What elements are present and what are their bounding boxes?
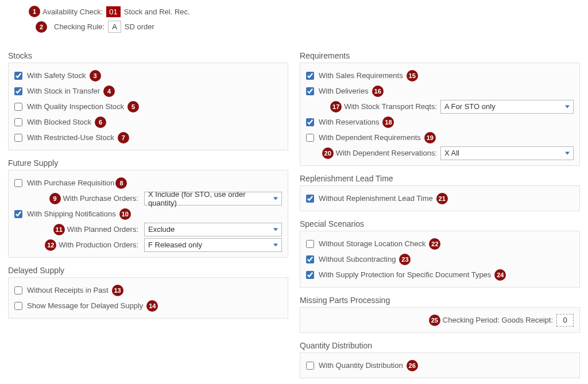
special-title: Special Scenarios (300, 219, 580, 228)
show-msg-delayed-checkbox[interactable] (14, 302, 22, 310)
with-safety-stock-checkbox[interactable] (14, 72, 22, 80)
with-sales-req-checkbox[interactable] (306, 72, 314, 80)
requirements-group: With Sales Requirements 15 With Deliveri… (300, 63, 580, 166)
chevron-down-icon (273, 243, 278, 246)
marker-14: 14 (146, 300, 158, 312)
with-qty-distribution-label: With Quantity Distribution (319, 361, 403, 370)
with-production-orders-label: With Production Orders: (59, 241, 138, 249)
availability-check-code: 01 (106, 6, 120, 17)
with-sto-reqts-value: A For STO only (444, 102, 496, 111)
marker-26: 26 (407, 360, 418, 371)
with-purchase-req-checkbox[interactable] (14, 179, 22, 187)
checking-period-gr-label: Checking Period: Goods Receipt: (443, 316, 553, 324)
delayed-supply-group: Without Receipts in Past 13 Show Message… (8, 277, 288, 319)
with-production-orders-value: F Released only (148, 241, 202, 249)
with-dep-reservations-value: X All (444, 149, 459, 157)
with-reservations-checkbox[interactable] (306, 118, 314, 126)
marker-4: 4 (103, 86, 115, 97)
stocks-group: With Safety Stock 3 With Stock in Transf… (8, 63, 288, 150)
with-stock-in-transfer-label: With Stock in Transfer (27, 87, 100, 95)
with-dependent-req-checkbox[interactable] (306, 134, 314, 142)
marker-25: 25 (429, 315, 440, 326)
marker-10: 10 (119, 208, 131, 220)
checking-period-gr-input[interactable] (556, 314, 574, 327)
requirements-title: Requirements (300, 51, 580, 60)
with-supply-protection-checkbox[interactable] (306, 271, 314, 279)
qty-group: With Quantity Distribution 26 (300, 352, 580, 378)
with-sto-reqts-label: With Stock Transport Reqts: (344, 102, 437, 111)
with-safety-stock-label: With Safety Stock (27, 71, 86, 80)
marker-7: 7 (118, 132, 129, 143)
header-availability-row: 1 Availability Check: 01 Stock and Rel. … (8, 6, 580, 17)
missing-group: 25 Checking Period: Goods Receipt: (300, 307, 580, 333)
marker-23: 23 (399, 254, 411, 265)
with-purchase-req-label: With Purchase Requisition (27, 179, 114, 187)
with-stock-in-transfer-checkbox[interactable] (14, 87, 22, 95)
with-purchase-orders-label: With Purchase Orders: (63, 194, 139, 203)
marker-1: 1 (29, 6, 40, 17)
checking-rule-label: Checking Rule: (54, 22, 105, 31)
without-receipts-past-checkbox[interactable] (14, 286, 22, 294)
with-qty-distribution-checkbox[interactable] (306, 362, 314, 370)
chevron-down-icon (565, 152, 570, 154)
checking-rule-code[interactable]: A (108, 21, 121, 33)
with-planned-orders-select[interactable]: Exclude (144, 223, 282, 236)
marker-18: 18 (382, 117, 394, 128)
with-sto-reqts-select[interactable]: A For STO only (440, 100, 574, 114)
with-deliveries-checkbox[interactable] (306, 87, 314, 95)
marker-22: 22 (429, 238, 440, 250)
with-planned-orders-value: Exclude (148, 225, 175, 234)
stocks-title: Stocks (8, 51, 288, 60)
with-blocked-stock-checkbox[interactable] (14, 118, 22, 126)
chevron-down-icon (273, 197, 278, 200)
with-purchase-orders-value: X Include (for STO, use order quantity) (148, 190, 268, 207)
without-subcontracting-checkbox[interactable] (306, 255, 314, 263)
with-supply-protection-label: With Supply Protection for Specific Docu… (319, 270, 491, 279)
with-sales-req-label: With Sales Requirements (319, 71, 403, 80)
chevron-down-icon (565, 105, 570, 108)
qty-title: Quantity Distribution (300, 341, 580, 350)
marker-9: 9 (49, 193, 61, 204)
without-rlt-checkbox[interactable] (306, 195, 314, 203)
marker-8: 8 (115, 177, 127, 189)
missing-title: Missing Parts Processing (300, 296, 580, 305)
with-restricted-use-label: With Restricted-Use Stock (27, 133, 114, 142)
without-receipts-past-label: Without Receipts in Past (27, 286, 109, 294)
without-subcontracting-label: Without Subcontracting (319, 255, 396, 263)
marker-17: 17 (330, 101, 342, 113)
with-shipping-notif-label: With Shipping Notifications (27, 210, 116, 218)
with-dep-reservations-select[interactable]: X All (440, 146, 574, 160)
marker-15: 15 (407, 70, 418, 82)
delayed-supply-title: Delayed Supply (8, 266, 288, 275)
with-purchase-orders-select[interactable]: X Include (for STO, use order quantity) (144, 192, 282, 205)
marker-21: 21 (436, 193, 448, 204)
with-reservations-label: With Reservations (319, 118, 379, 126)
with-deliveries-label: With Deliveries (319, 87, 369, 95)
marker-5: 5 (127, 101, 139, 113)
chevron-down-icon (273, 228, 278, 231)
marker-19: 19 (424, 132, 436, 143)
with-dependent-req-label: With Dependent Requirements (319, 133, 421, 142)
without-storage-loc-checkbox[interactable] (306, 240, 314, 248)
marker-12: 12 (45, 239, 56, 251)
with-quality-inspection-checkbox[interactable] (14, 103, 22, 111)
header-checking-rule-row: 2 Checking Rule: A SD order (8, 21, 580, 33)
future-supply-group: With Purchase Requisition 8 9 With Purch… (8, 170, 288, 258)
marker-16: 16 (372, 86, 384, 97)
with-production-orders-select[interactable]: F Released only (144, 238, 282, 252)
show-msg-delayed-label: Show Message for Delayed Supply (27, 301, 143, 310)
marker-3: 3 (90, 70, 101, 82)
checking-rule-desc: SD order (125, 22, 154, 31)
with-restricted-use-checkbox[interactable] (14, 134, 22, 142)
marker-11: 11 (53, 224, 65, 235)
with-shipping-notif-checkbox[interactable] (14, 210, 22, 218)
with-blocked-stock-label: With Blocked Stock (27, 118, 91, 126)
without-rlt-label: Without Replenishment Lead Time (319, 194, 433, 203)
marker-24: 24 (494, 269, 506, 281)
marker-6: 6 (95, 117, 106, 128)
rlt-group: Without Replenishment Lead Time 21 (300, 185, 580, 211)
with-planned-orders-label: With Planned Orders: (67, 225, 138, 234)
availability-check-desc: Stock and Rel. Rec. (124, 7, 190, 16)
marker-2: 2 (36, 21, 47, 33)
future-supply-title: Future Supply (8, 158, 288, 168)
